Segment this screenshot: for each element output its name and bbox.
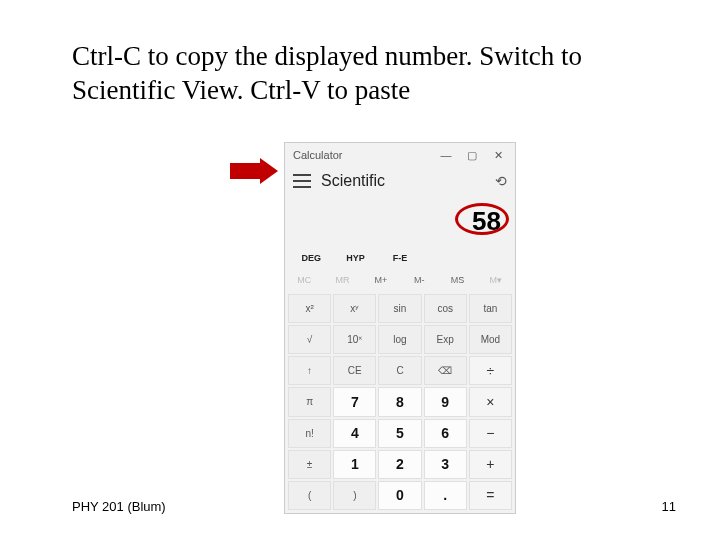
deg-toggle[interactable]: DEG [289,253,333,263]
page-number: 11 [662,499,676,514]
key-rparen[interactable]: ) [333,481,376,510]
key-plus[interactable]: + [469,450,512,479]
key-xsquared[interactable]: x² [288,294,331,323]
key-pi[interactable]: π [288,387,331,416]
key-sin[interactable]: sin [378,294,421,323]
mc-button[interactable]: MC [285,275,323,285]
key-5[interactable]: 5 [378,419,421,448]
ms-button[interactable]: MS [438,275,476,285]
mplus-button[interactable]: M+ [362,275,400,285]
key-cos[interactable]: cos [424,294,467,323]
titlebar: Calculator — ▢ ✕ [285,143,515,167]
key-2[interactable]: 2 [378,450,421,479]
key-log[interactable]: log [378,325,421,354]
key-exp[interactable]: Exp [424,325,467,354]
key-tan[interactable]: tan [469,294,512,323]
key-4[interactable]: 4 [333,419,376,448]
key-xpowy[interactable]: xʸ [333,294,376,323]
key-minus[interactable]: − [469,419,512,448]
mminus-button[interactable]: M- [400,275,438,285]
mlist-button[interactable]: M▾ [477,275,515,285]
highlight-ellipse [455,203,509,235]
key-factorial[interactable]: n! [288,419,331,448]
key-mod[interactable]: Mod [469,325,512,354]
key-lparen[interactable]: ( [288,481,331,510]
mode-row: Scientific ⟲ [285,167,515,195]
hyp-toggle[interactable]: HYP [333,253,377,263]
key-8[interactable]: 8 [378,387,421,416]
arrow-pointer [230,158,278,184]
mode-label: Scientific [321,172,495,190]
key-multiply[interactable]: × [469,387,512,416]
calculator-window: Calculator — ▢ ✕ Scientific ⟲ 58 DEG HYP… [284,142,516,514]
memory-row: MC MR M+ M- MS M▾ [285,269,515,291]
key-ce[interactable]: CE [333,356,376,385]
close-button[interactable]: ✕ [485,149,511,162]
fe-toggle[interactable]: F-E [378,253,422,263]
mr-button[interactable]: MR [323,275,361,285]
key-c[interactable]: C [378,356,421,385]
key-10x[interactable]: 10ˣ [333,325,376,354]
key-6[interactable]: 6 [424,419,467,448]
key-decimal[interactable]: . [424,481,467,510]
keypad: x² xʸ sin cos tan √ 10ˣ log Exp Mod ↑ CE… [285,291,515,513]
key-equals[interactable]: = [469,481,512,510]
hamburger-icon[interactable] [293,174,311,188]
key-7[interactable]: 7 [333,387,376,416]
footer-course: PHY 201 (Blum) [72,499,166,514]
slide-title: Ctrl-C to copy the displayed number. Swi… [72,40,652,108]
display-area: 58 [285,195,515,247]
history-icon[interactable]: ⟲ [495,173,507,189]
key-negate[interactable]: ± [288,450,331,479]
key-shift[interactable]: ↑ [288,356,331,385]
app-title: Calculator [289,149,433,161]
angle-toggle-row: DEG HYP F-E [285,247,515,269]
key-9[interactable]: 9 [424,387,467,416]
key-1[interactable]: 1 [333,450,376,479]
key-divide[interactable]: ÷ [469,356,512,385]
key-backspace[interactable]: ⌫ [424,356,467,385]
key-3[interactable]: 3 [424,450,467,479]
key-sqrt[interactable]: √ [288,325,331,354]
maximize-button[interactable]: ▢ [459,149,485,162]
key-0[interactable]: 0 [378,481,421,510]
minimize-button[interactable]: — [433,149,459,161]
